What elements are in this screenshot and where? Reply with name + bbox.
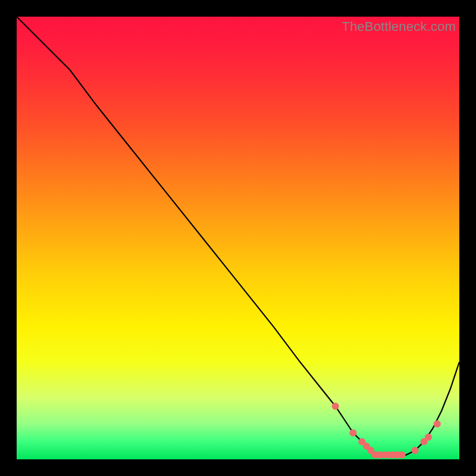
curve-marker (349, 429, 356, 436)
chart-frame: TheBottleneck.com (0, 0, 476, 476)
bottleneck-curve (17, 17, 459, 455)
plot-area: TheBottleneck.com (17, 17, 459, 459)
curve-marker (398, 452, 405, 459)
curve-marker (434, 421, 441, 428)
curve-layer (17, 17, 459, 459)
curve-markers (332, 403, 441, 459)
curve-marker (332, 403, 339, 410)
curve-marker (412, 447, 419, 454)
curve-marker (425, 434, 432, 441)
